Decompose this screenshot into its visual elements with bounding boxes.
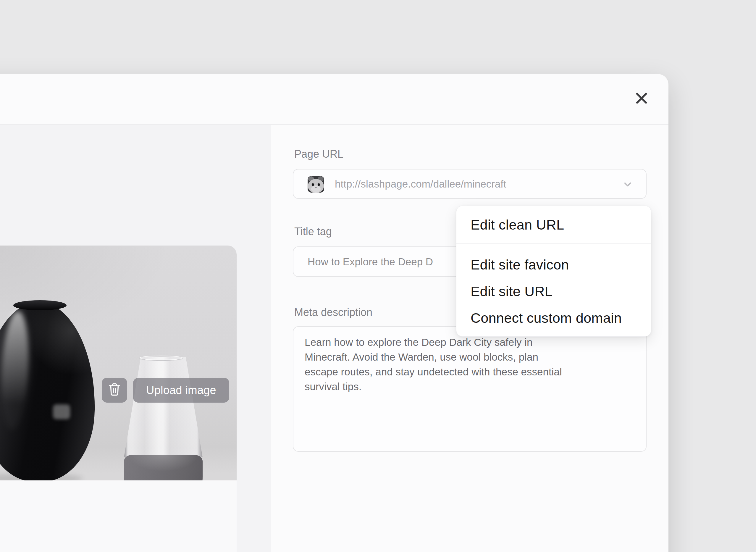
trash-icon [108,382,121,398]
black-vase-image [0,302,95,480]
menu-item-edit-site-url[interactable]: Edit site URL [456,278,651,304]
page-url-label: Page URL [294,148,343,160]
preview-photo [0,246,237,480]
menu-item-edit-clean-url[interactable]: Edit clean URL [456,206,564,244]
screen: Upload image ep Dark City Safely in oida… [0,0,756,552]
glass-vase-base [124,455,202,480]
menu-item-edit-site-favicon[interactable]: Edit site favicon [456,251,651,278]
upload-image-button[interactable]: Upload image [133,378,229,403]
page-url-input[interactable]: http://slashpage.com/dallee/minecraft [293,169,646,199]
meta-description-textarea[interactable]: Learn how to explore the Deep Dark City … [293,326,646,452]
upload-image-label: Upload image [146,384,216,397]
glass-vase-rim [140,356,183,360]
menu-item-connect-custom-domain[interactable]: Connect custom domain [456,304,651,331]
chevron-down-icon [622,178,633,191]
serp-preview-card: Upload image ep Dark City Safely in oida… [0,246,237,552]
meta-description-value: Learn how to explore the Deep Dark City … [305,335,562,394]
page-settings-modal: Upload image ep Dark City Safely in oida… [0,74,668,552]
close-icon [635,92,648,106]
page-url-value: http://slashpage.com/dallee/minecraft [335,169,506,198]
black-vase-rim [13,300,66,310]
meta-description-label: Meta description [294,306,372,318]
url-options-menu: Edit clean URL Edit site favicon Edit si… [456,205,651,336]
site-favicon-icon [308,176,324,192]
close-button[interactable] [633,91,649,107]
delete-image-button[interactable] [102,378,127,403]
title-tag-value: How to Explore the Deep D [308,247,433,276]
glass-vase-image [124,357,202,457]
title-tag-label: Title tag [294,226,332,238]
preview-panel: Upload image ep Dark City Safely in oida… [0,125,271,552]
